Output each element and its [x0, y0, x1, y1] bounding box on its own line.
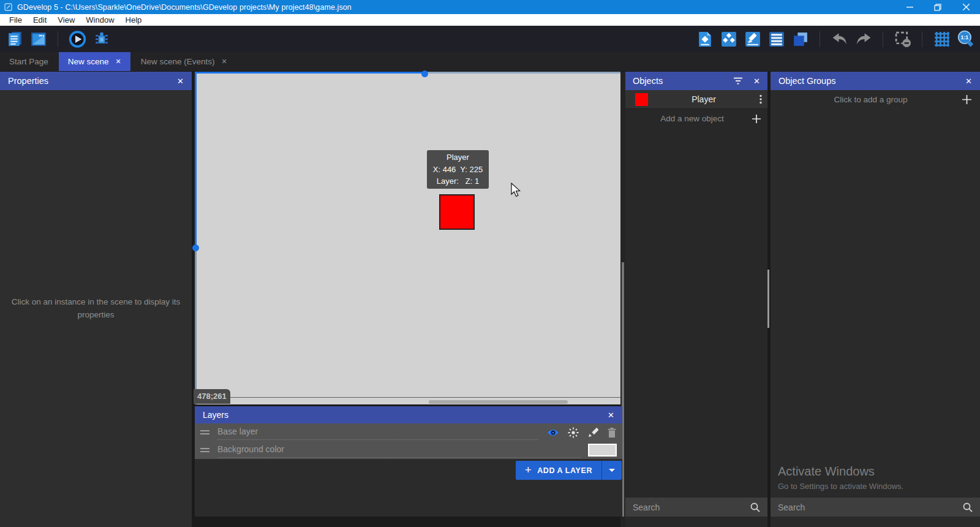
instances-list-icon[interactable]: [767, 30, 785, 48]
plus-icon[interactable]: [962, 95, 971, 104]
objects-editor-icon[interactable]: [696, 30, 714, 48]
delete-trash-icon[interactable]: [607, 427, 617, 438]
chevron-down-icon: [609, 469, 615, 472]
background-color-swatch[interactable]: [588, 444, 617, 457]
drag-handle-icon[interactable]: [200, 430, 209, 434]
scene-canvas[interactable]: Player X: 446 Y: 225 Layer: Z: 1 478;261: [195, 72, 620, 404]
groups-search-input[interactable]: [778, 502, 963, 512]
properties-editor-icon[interactable]: [744, 30, 761, 48]
gdevelop-logo-icon: [4, 3, 12, 11]
add-layer-dropdown[interactable]: [601, 461, 622, 480]
object-row-player[interactable]: Player: [625, 90, 767, 109]
menu-edit[interactable]: Edit: [28, 14, 52, 26]
visibility-eye-icon[interactable]: [547, 428, 559, 438]
add-layer-button-main[interactable]: + ADD A LAYER: [516, 461, 601, 480]
window-title: GDevelop 5 - C:\Users\Sparkle\OneDrive\D…: [17, 3, 352, 12]
add-group-row[interactable]: Click to add a group: [771, 90, 980, 109]
close-icon[interactable]: ✕: [753, 77, 760, 85]
toggle-grid-icon[interactable]: [933, 30, 951, 48]
close-icon[interactable]: ✕: [965, 77, 972, 85]
toolbar: 1:1: [0, 26, 980, 52]
debug-bug-icon[interactable]: [92, 30, 110, 48]
object-groups-editor-icon[interactable]: [720, 30, 737, 48]
tab-start-page[interactable]: Start Page: [0, 52, 58, 71]
add-layer-button[interactable]: + ADD A LAYER: [516, 461, 622, 480]
canvas-horizontal-scrollbar[interactable]: [429, 400, 568, 404]
menu-window[interactable]: Window: [80, 14, 119, 26]
start-page-window-icon[interactable]: [29, 30, 47, 48]
project-manager-icon[interactable]: [6, 30, 23, 48]
restore-button[interactable]: [924, 0, 952, 14]
objects-panel-title: Objects: [633, 76, 663, 86]
add-new-object-row[interactable]: Add a new object: [625, 109, 767, 128]
tabbar: Start Page New scene ✕ New scene (Events…: [0, 52, 980, 71]
canvas-left-scroll-track[interactable]: [195, 248, 197, 404]
tooltip-layer-z: Layer: Z: 1: [427, 175, 489, 188]
clear-selection-icon[interactable]: [894, 30, 911, 48]
preview-play-icon[interactable]: [69, 30, 86, 48]
plus-icon: +: [525, 464, 532, 476]
tab-close-icon[interactable]: ✕: [222, 58, 227, 65]
toolbar-separator: [58, 31, 58, 47]
tooltip-position: X: 446 Y: 225: [427, 164, 489, 176]
objects-panel-header: Objects ✕: [625, 72, 767, 90]
cursor-coordinates-label: 478;261: [194, 389, 230, 404]
kebab-menu-icon[interactable]: [760, 94, 762, 104]
drag-handle-icon[interactable]: [200, 448, 209, 452]
add-new-object-label: Add a new object: [632, 114, 752, 123]
add-layer-label: ADD A LAYER: [537, 466, 592, 475]
layer-row-base[interactable]: Base layer: [195, 423, 622, 441]
tab-label: New scene (Events): [141, 57, 215, 66]
toolbar-separator: [883, 31, 883, 47]
object-groups-panel: Object Groups ✕ Click to add a group Act…: [771, 72, 980, 527]
menu-help[interactable]: Help: [120, 14, 148, 26]
objects-panel-scrollbar-thumb[interactable]: [767, 270, 769, 328]
canvas-top-scroll-handle[interactable]: [421, 70, 428, 77]
groups-searchbar: [771, 498, 980, 517]
tooltip-object-name: Player: [427, 151, 489, 164]
layers-editor-icon[interactable]: [791, 30, 809, 48]
properties-panel-header: Properties ✕: [0, 72, 192, 90]
titlebar: GDevelop 5 - C:\Users\Sparkle\OneDrive\D…: [0, 0, 980, 14]
properties-panel-title: Properties: [8, 76, 48, 86]
background-color-label: Background color: [217, 443, 581, 458]
minimize-button[interactable]: [895, 0, 924, 14]
search-icon[interactable]: [750, 502, 760, 512]
objects-panel: Objects ✕ Player Add a new object: [625, 72, 767, 527]
canvas-top-scroll-track[interactable]: [425, 72, 620, 74]
player-instance[interactable]: [439, 194, 475, 230]
close-icon[interactable]: ✕: [608, 411, 614, 419]
tab-new-scene[interactable]: New scene ✕: [59, 52, 130, 71]
svg-text:1:1: 1:1: [961, 34, 969, 40]
close-icon[interactable]: ✕: [177, 77, 184, 85]
zoom-original-1-1-icon[interactable]: 1:1: [957, 30, 974, 48]
objects-search-input[interactable]: [633, 502, 750, 512]
canvas-left-scroll-handle[interactable]: [192, 245, 199, 251]
layer-name-field[interactable]: Base layer: [217, 425, 538, 440]
redo-icon[interactable]: [854, 30, 872, 48]
layer-row-background[interactable]: Background color: [195, 441, 622, 459]
layers-panel-title: Layers: [203, 410, 228, 420]
close-button[interactable]: [952, 0, 980, 14]
object-thumbnail: [635, 93, 648, 106]
canvas-left-scroll-indicator[interactable]: [195, 72, 197, 248]
plus-icon[interactable]: [752, 115, 761, 123]
tab-close-icon[interactable]: ✕: [116, 58, 121, 65]
layers-panel-header: Layers ✕: [195, 406, 622, 423]
canvas-top-scroll-indicator[interactable]: [195, 72, 425, 74]
tab-new-scene-events[interactable]: New scene (Events) ✕: [132, 52, 236, 71]
edit-pencil-icon[interactable]: [587, 427, 598, 438]
instance-tooltip: Player X: 446 Y: 225 Layer: Z: 1: [427, 150, 489, 189]
gdevelop-window: GDevelop 5 - C:\Users\Sparkle\OneDrive\D…: [0, 0, 980, 527]
properties-empty-message: Click on an instance in the scene to dis…: [0, 90, 192, 527]
layer-effects-icon[interactable]: [568, 427, 579, 438]
menu-file[interactable]: File: [4, 14, 28, 26]
menubar: File Edit View Window Help: [0, 14, 980, 26]
undo-icon[interactable]: [831, 30, 848, 48]
menu-view[interactable]: View: [52, 14, 80, 26]
watermark-title: Activate Windows: [778, 464, 903, 479]
object-groups-panel-header: Object Groups ✕: [771, 72, 980, 90]
search-icon[interactable]: [963, 502, 973, 512]
object-groups-panel-title: Object Groups: [778, 76, 836, 86]
filter-icon[interactable]: [733, 77, 743, 85]
